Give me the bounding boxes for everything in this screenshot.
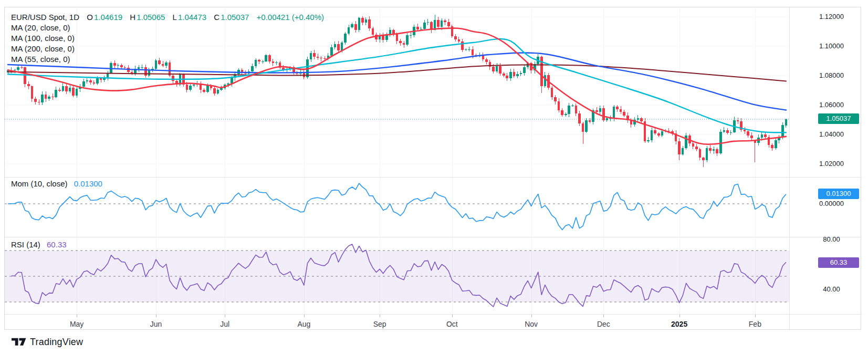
- price-tick-label: 1.12000: [790, 13, 862, 20]
- rsi-80-tick: 80.00: [790, 235, 862, 243]
- close-label: C: [214, 13, 219, 22]
- change-value: +0.00421 (+0.40%): [257, 13, 324, 22]
- price-scale[interactable]: 1.120001.100001.080001.060001.040001.020…: [789, 7, 862, 330]
- time-axis-label-sep: Sep: [364, 320, 395, 328]
- time-axis-label-aug: Aug: [288, 320, 320, 328]
- momentum-zero-tick: 0.00000: [790, 200, 862, 207]
- time-axis[interactable]: MayJunJulAugSepOctNovDec2025Feb: [5, 314, 789, 330]
- open-label: O: [87, 13, 93, 22]
- momentum-value: 0.01300: [74, 179, 102, 188]
- rsi-value: 60.33: [47, 240, 67, 249]
- high-value: 1.05065: [137, 13, 165, 22]
- rsi-40-tick: 40.00: [790, 285, 862, 293]
- tradingview-chart-page: EUR/USD Spot, 1D O1.04619 H1.05065 L1.04…: [0, 0, 868, 354]
- price-tick-label: 1.06000: [790, 101, 862, 109]
- close-value: 1.05037: [221, 13, 249, 22]
- symbol-title: EUR/USD Spot, 1D: [11, 13, 79, 22]
- symbol-ohlc-row: EUR/USD Spot, 1D O1.04619 H1.05065 L1.04…: [11, 12, 324, 23]
- tradingview-logo-text: TradingView: [30, 337, 83, 348]
- momentum-badge: 0.01300: [818, 189, 859, 199]
- time-axis-label-oct: Oct: [436, 320, 468, 328]
- time-axis-label-may: May: [61, 320, 92, 328]
- price-tick-label: 1.08000: [790, 71, 862, 79]
- pane-separator-rsi[interactable]: [5, 237, 862, 237]
- pane-separator-momentum[interactable]: [5, 177, 862, 178]
- time-axis-label-feb: Feb: [739, 320, 771, 328]
- momentum-legend: Mom (10, close) 0.01300: [11, 179, 102, 188]
- momentum-label: Mom (10, close): [11, 179, 68, 188]
- chart-container[interactable]: EUR/USD Spot, 1D O1.04619 H1.05065 L1.04…: [4, 7, 861, 330]
- time-axis-label-dec: Dec: [588, 320, 619, 328]
- tradingview-logo-icon: [12, 338, 26, 346]
- ma200-legend: MA (200, close, 0): [11, 44, 324, 54]
- ma55-legend: MA (55, close, 0): [11, 54, 324, 65]
- price-tick-label: 1.10000: [790, 42, 862, 50]
- last-price-badge: 1.05037: [818, 113, 859, 124]
- symbol-legend: EUR/USD Spot, 1D O1.04619 H1.05065 L1.04…: [11, 12, 324, 65]
- time-axis-label-nov: Nov: [516, 320, 547, 328]
- ma100-legend: MA (100, close, 0): [11, 33, 324, 44]
- rsi-label: RSI (14): [11, 240, 40, 249]
- price-tick-label: 1.04000: [790, 130, 862, 138]
- ma20-legend: MA (20, close, 0): [11, 23, 324, 33]
- time-axis-label-jul: Jul: [209, 320, 240, 328]
- tradingview-logo[interactable]: TradingView: [12, 335, 83, 349]
- low-value: 1.04473: [178, 13, 206, 22]
- high-label: H: [130, 13, 135, 22]
- time-axis-label-2025: 2025: [664, 320, 695, 328]
- price-tick-label: 1.02000: [790, 160, 862, 168]
- open-value: 1.04619: [94, 13, 122, 22]
- rsi-badge: 60.33: [818, 257, 859, 268]
- rsi-legend: RSI (14) 60.33: [11, 240, 67, 249]
- low-label: L: [173, 13, 177, 22]
- time-axis-label-jun: Jun: [140, 320, 172, 328]
